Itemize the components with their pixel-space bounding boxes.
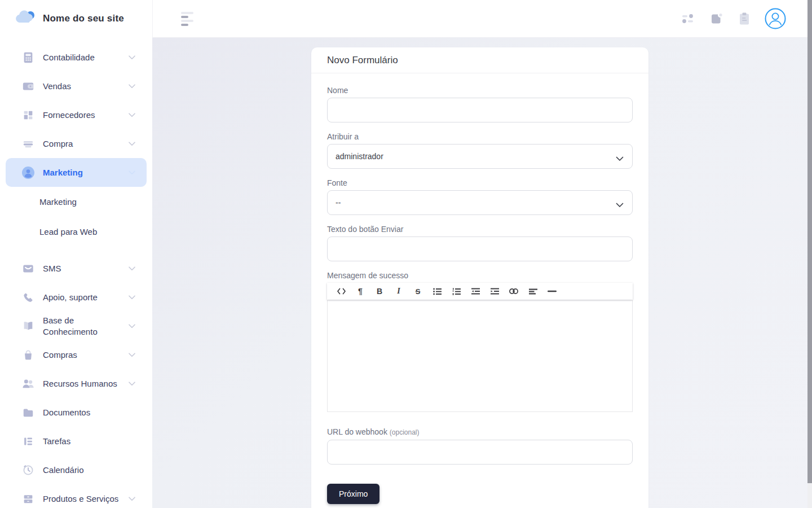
chevron-down-icon [129,324,135,329]
sidebar-item-label: Recursos Humanos [43,378,129,389]
folder-icon [21,406,35,419]
notifications-icon[interactable] [708,11,724,27]
site-name: Nome do seu site [43,13,124,24]
chevron-down-icon [129,295,135,300]
chevron-down-icon [129,353,135,357]
sidebar-item-contabilidade[interactable]: Contabilidade [0,43,152,72]
calculator-icon [21,51,35,64]
clipboard-icon[interactable] [736,11,752,27]
phone-icon [21,291,35,304]
sidebar-item-label: Compra [43,138,129,150]
sidebar-item-label: Vendas [43,81,129,92]
page-title: Novo Formulário [327,55,633,66]
webhook-hint: (opcional) [390,428,420,436]
person-circle-icon [21,166,35,179]
sidebar-item-label: Apoio, suporte [43,292,129,303]
bag-icon [21,348,35,362]
unordered-list-icon[interactable] [427,284,447,299]
sidebar-item-label: Documentos [43,407,135,418]
field-webhook: URL do webhook (opcional) [327,427,633,465]
envelope-icon [21,262,35,275]
nav-spacer [0,247,152,254]
mensagem-sucesso-label: Mensagem de sucesso [327,270,633,281]
sidebar-item-label: Contabilidade [43,52,129,63]
new-form-card: Novo Formulário Nome Atribuir a administ… [311,47,648,508]
sidebar-item-label: Base de Conhecimento [43,315,129,337]
webhook-label-text: URL do webhook [327,427,387,436]
indent-icon[interactable] [485,284,504,299]
brand: Nome do seu site [0,0,152,35]
chevron-down-icon [129,497,135,501]
sidebar-item-recursos-humanos[interactable]: Recursos Humanos [0,369,152,398]
sidebar-item-label: Marketing [43,167,129,178]
sidebar-item-label: SMS [43,263,129,274]
fonte-select[interactable]: -- [327,190,633,215]
sidebar-item-compras[interactable]: Compras [0,340,152,369]
lines-icon [21,137,35,151]
atribuir-a-label: Atribuir a [327,132,633,142]
tasklist-icon [21,435,35,448]
sidebar-item-apoio-suporte[interactable]: Apoio, suporte [0,283,152,312]
texto-botao-input[interactable] [327,237,633,261]
link-icon[interactable] [504,284,523,299]
field-nome: Nome [327,85,633,122]
bold-icon[interactable]: B [370,284,389,299]
sidebar-item-label: Compras [43,349,129,361]
fonte-label: Fonte [327,178,633,188]
sidebar-item-calendario[interactable]: Calendário [0,456,152,484]
sidebar-subitem-lead-para-web[interactable]: Lead para Web [0,217,152,247]
field-texto-botao: Texto do botão Enviar [327,224,633,261]
field-atribuir-a: Atribuir a administrador [327,132,633,169]
sliders-icon[interactable] [680,11,696,27]
main-content: Novo Formulário Nome Atribuir a administ… [152,38,812,508]
webhook-input[interactable] [327,440,633,465]
drawer-icon [21,492,35,506]
sidebar-item-compra[interactable]: Compra [0,129,152,158]
sidebar-item-base-de-conhecimento[interactable]: Base de Conhecimento [0,312,152,340]
align-left-icon[interactable] [523,284,542,299]
sidebar-subitem-label: Marketing [39,197,77,207]
field-fonte: Fonte -- [327,178,633,215]
sidebar-item-label: Calendário [43,465,135,476]
clock-icon [21,463,35,477]
ordered-list-icon[interactable] [447,284,466,299]
chevron-down-icon [129,170,135,175]
page-scrollbar[interactable] [807,0,812,508]
people-icon [21,377,35,391]
sidebar-item-documentos[interactable]: Documentos [0,398,152,427]
menu-toggle-icon[interactable] [181,10,195,28]
italic-icon[interactable]: I [389,284,408,299]
nome-input[interactable] [327,98,633,122]
chevron-down-icon [129,382,135,386]
scrollbar-thumb[interactable] [807,0,812,483]
card-body: Nome Atribuir a administrador Fonte [311,73,648,508]
sidebar-item-fornecedores[interactable]: Fornecedores [0,100,152,129]
sidebar-subitem-marketing-sub[interactable]: Marketing [0,187,152,217]
sidebar-subitem-label: Lead para Web [39,227,97,237]
cloud-icon [15,10,36,27]
sidebar-item-label: Fornecedores [43,110,129,121]
chevron-down-icon [129,55,135,60]
sidebar: Nome do seu site ContabilidadeVendasForn… [0,0,152,508]
mensagem-sucesso-editor[interactable] [327,300,633,412]
outdent-icon[interactable] [466,284,485,299]
sidebar-item-vendas[interactable]: Vendas [0,72,152,100]
paragraph-icon[interactable]: ¶ [351,284,370,299]
book-icon [21,319,35,333]
texto-botao-label: Texto do botão Enviar [327,224,633,234]
atribuir-a-select[interactable]: administrador [327,144,633,169]
top-header [152,0,812,38]
sidebar-item-tarefas[interactable]: Tarefas [0,427,152,456]
user-avatar-icon[interactable] [765,8,786,29]
code-icon[interactable] [332,284,351,299]
chevron-down-icon [129,266,135,271]
sidebar-item-sms[interactable]: SMS [0,254,152,283]
sidebar-item-produtos-e-servicos[interactable]: Produtos e Serviços [0,484,152,508]
horizontal-rule-icon[interactable] [542,284,562,299]
strikethrough-icon[interactable]: S [408,284,427,299]
field-mensagem-sucesso: Mensagem de sucesso ¶BIS [327,270,633,412]
next-button[interactable]: Próximo [327,484,379,504]
chevron-down-icon [129,142,135,146]
chevron-down-icon [129,84,135,89]
sidebar-item-marketing[interactable]: Marketing [6,158,147,187]
